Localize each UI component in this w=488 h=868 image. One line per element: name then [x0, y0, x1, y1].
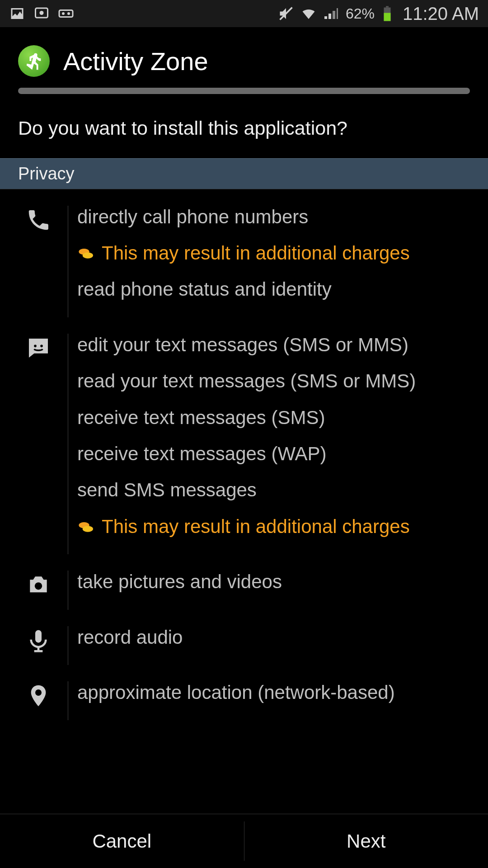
cancel-button[interactable]: Cancel: [0, 814, 244, 868]
picture-icon: [9, 5, 25, 22]
signal-icon: [323, 5, 339, 22]
permission-phone: directly call phone numbers This may res…: [18, 189, 470, 317]
svg-point-11: [83, 253, 93, 259]
phone-icon: [26, 208, 51, 317]
perm-warning: This may result in additional charges: [77, 242, 470, 264]
sms-icon: [26, 335, 51, 554]
app-header: Activity Zone: [0, 27, 488, 103]
perm-line: edit your text messages (SMS or MMS): [77, 334, 470, 356]
mute-icon: [278, 5, 294, 22]
perm-warning: This may result in additional charges: [77, 515, 470, 538]
svg-point-16: [35, 582, 42, 590]
perm-line: send SMS messages: [77, 479, 470, 501]
coins-icon: [77, 244, 95, 262]
svg-rect-7: [386, 6, 389, 8]
location-icon: [26, 683, 51, 720]
battery-icon: [381, 5, 394, 22]
camera-icon: [26, 572, 51, 609]
svg-rect-8: [384, 13, 390, 21]
install-prompt: Do you want to install this application?: [0, 103, 488, 158]
svg-rect-2: [59, 10, 73, 17]
next-button[interactable]: Next: [244, 814, 488, 868]
permission-location: approximate location (network-based): [18, 665, 470, 720]
perm-line: receive text messages (SMS): [77, 406, 470, 429]
perm-line: read your text messages (SMS or MMS): [77, 370, 470, 392]
perm-line: read phone status and identity: [77, 278, 470, 301]
coins-icon: [77, 518, 95, 536]
bottom-bar: Cancel Next: [0, 814, 488, 868]
perm-line: receive text messages (WAP): [77, 443, 470, 465]
svg-point-12: [34, 344, 37, 347]
permission-list: directly call phone numbers This may res…: [0, 189, 488, 721]
svg-point-15: [83, 526, 93, 532]
perm-line: directly call phone numbers: [77, 206, 470, 228]
svg-point-3: [62, 12, 65, 15]
progress-bar: [18, 88, 470, 94]
svg-rect-17: [35, 630, 42, 642]
voicemail-icon: [58, 5, 74, 22]
svg-point-4: [67, 12, 70, 15]
permission-camera: take pictures and videos: [18, 554, 470, 609]
wifi-icon: [300, 5, 317, 22]
perm-line: record audio: [77, 626, 470, 649]
app-icon: [18, 45, 50, 77]
perm-line: take pictures and videos: [77, 571, 470, 593]
microphone-icon: [26, 628, 51, 665]
svg-point-1: [40, 11, 44, 15]
status-bar: 62% 11:20 AM: [0, 0, 488, 27]
clock: 11:20 AM: [403, 4, 479, 24]
battery-percent: 62%: [346, 5, 375, 22]
permission-sms: edit your text messages (SMS or MMS) rea…: [18, 317, 470, 554]
permission-microphone: record audio: [18, 610, 470, 665]
app-name: Activity Zone: [63, 47, 208, 76]
svg-point-13: [40, 344, 43, 347]
section-privacy: Privacy: [0, 158, 488, 189]
screenshot-icon: [33, 5, 50, 22]
perm-line: approximate location (network-based): [77, 681, 470, 704]
